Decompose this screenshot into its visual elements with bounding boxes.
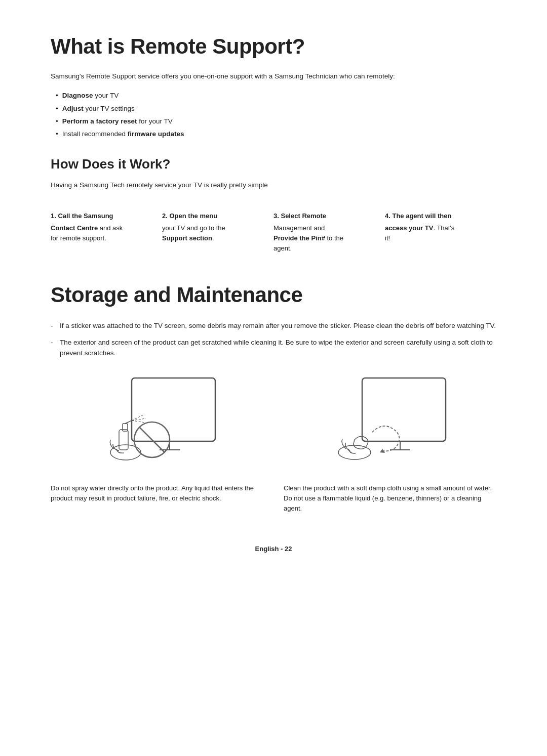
list-item: Install recommended firmware updates bbox=[56, 129, 496, 139]
step-2-body: your TV and go to the Support section. bbox=[162, 223, 263, 243]
subsection-title: How Does it Work? bbox=[51, 154, 496, 174]
illustration-right bbox=[324, 374, 456, 475]
list-item: Perform a factory reset for your TV bbox=[56, 116, 496, 127]
step-4-body: access your TV. That's it! bbox=[385, 223, 486, 243]
svg-rect-12 bbox=[362, 378, 446, 441]
image-block-left: Do not spray water directly onto the pro… bbox=[51, 374, 263, 514]
intro-paragraph: Samsung's Remote Support service offers … bbox=[51, 71, 496, 81]
step-2-header: 2. Open the menu bbox=[162, 211, 263, 221]
steps-container: 1. Call the Samsung Contact Centre and a… bbox=[51, 211, 496, 254]
step-4-header: 4. The agent will then bbox=[385, 211, 486, 221]
maintenance-item-2: The exterior and screen of the product c… bbox=[51, 338, 496, 359]
caption-right: Clean the product with a soft damp cloth… bbox=[284, 483, 496, 514]
illustration-left bbox=[91, 374, 223, 475]
page-title: What is Remote Support? bbox=[51, 30, 496, 62]
images-row: Do not spray water directly onto the pro… bbox=[51, 374, 496, 514]
maintenance-item-1: If a sticker was attached to the TV scre… bbox=[51, 321, 496, 331]
svg-line-8 bbox=[132, 418, 146, 421]
svg-rect-4 bbox=[119, 430, 128, 450]
step-3: 3. Select Remote Management and Provide … bbox=[274, 211, 385, 254]
feature-list: Diagnose your TV Adjust your TV settings… bbox=[51, 91, 496, 139]
step-3-body: Management and Provide the Pin# to the a… bbox=[274, 223, 375, 254]
second-page-title: Storage and Maintenance bbox=[51, 279, 496, 311]
svg-point-15 bbox=[338, 445, 371, 459]
image-block-right: Clean the product with a soft damp cloth… bbox=[284, 374, 496, 514]
step-1-body: Contact Centre and ask for remote suppor… bbox=[51, 223, 152, 243]
list-item: Diagnose your TV bbox=[56, 91, 496, 101]
list-item: Adjust your TV settings bbox=[56, 104, 496, 114]
svg-line-11 bbox=[139, 427, 165, 452]
step-3-header: 3. Select Remote bbox=[274, 211, 375, 221]
maintenance-list: If a sticker was attached to the TV scre… bbox=[51, 321, 496, 359]
step-4: 4. The agent will then access your TV. T… bbox=[385, 211, 496, 254]
svg-line-7 bbox=[132, 414, 144, 421]
svg-line-9 bbox=[132, 421, 145, 423]
svg-line-6 bbox=[125, 421, 132, 424]
step-2: 2. Open the menu your TV and go to the S… bbox=[162, 211, 274, 254]
step-1: 1. Call the Samsung Contact Centre and a… bbox=[51, 211, 162, 254]
step-1-header: 1. Call the Samsung bbox=[51, 211, 152, 221]
how-works-text: Having a Samsung Tech remotely service y… bbox=[51, 180, 496, 190]
caption-left: Do not spray water directly onto the pro… bbox=[51, 483, 263, 503]
footer-text: English - 22 bbox=[51, 544, 496, 554]
